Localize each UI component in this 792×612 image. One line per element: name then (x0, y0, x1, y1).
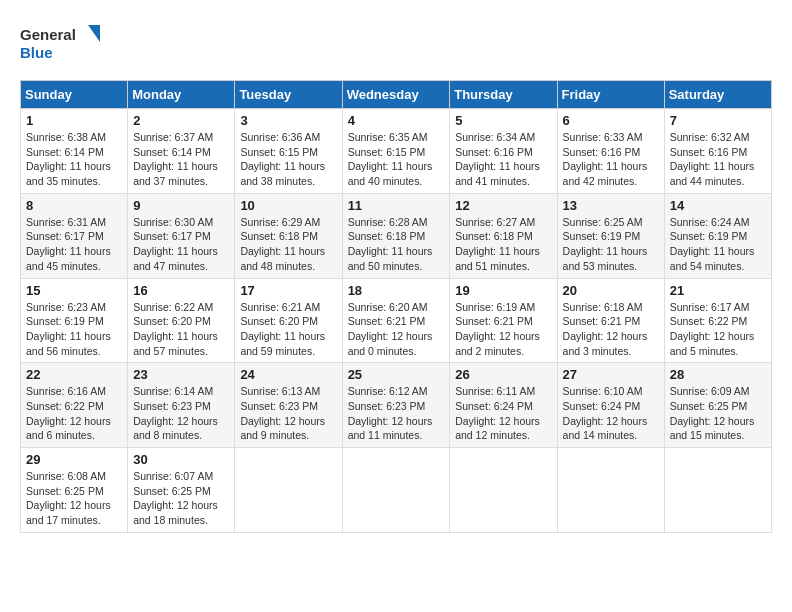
calendar-cell: 19 Sunrise: 6:19 AM Sunset: 6:21 PM Dayl… (450, 278, 557, 363)
calendar-cell: 1 Sunrise: 6:38 AM Sunset: 6:14 PM Dayli… (21, 109, 128, 194)
calendar-cell: 15 Sunrise: 6:23 AM Sunset: 6:19 PM Dayl… (21, 278, 128, 363)
day-number: 6 (563, 113, 659, 128)
calendar-cell: 12 Sunrise: 6:27 AM Sunset: 6:18 PM Dayl… (450, 193, 557, 278)
calendar-cell: 4 Sunrise: 6:35 AM Sunset: 6:15 PM Dayli… (342, 109, 450, 194)
day-number: 9 (133, 198, 229, 213)
calendar-cell: 16 Sunrise: 6:22 AM Sunset: 6:20 PM Dayl… (128, 278, 235, 363)
calendar-cell: 30 Sunrise: 6:07 AM Sunset: 6:25 PM Dayl… (128, 448, 235, 533)
day-info: Sunrise: 6:24 AM Sunset: 6:19 PM Dayligh… (670, 215, 766, 274)
day-info: Sunrise: 6:28 AM Sunset: 6:18 PM Dayligh… (348, 215, 445, 274)
day-number: 20 (563, 283, 659, 298)
day-number: 29 (26, 452, 122, 467)
weekday-header-saturday: Saturday (664, 81, 771, 109)
day-info: Sunrise: 6:25 AM Sunset: 6:19 PM Dayligh… (563, 215, 659, 274)
day-info: Sunrise: 6:11 AM Sunset: 6:24 PM Dayligh… (455, 384, 551, 443)
day-info: Sunrise: 6:29 AM Sunset: 6:18 PM Dayligh… (240, 215, 336, 274)
day-info: Sunrise: 6:30 AM Sunset: 6:17 PM Dayligh… (133, 215, 229, 274)
day-number: 19 (455, 283, 551, 298)
svg-marker-2 (88, 25, 100, 42)
day-number: 1 (26, 113, 122, 128)
calendar-cell: 8 Sunrise: 6:31 AM Sunset: 6:17 PM Dayli… (21, 193, 128, 278)
weekday-header-thursday: Thursday (450, 81, 557, 109)
day-info: Sunrise: 6:13 AM Sunset: 6:23 PM Dayligh… (240, 384, 336, 443)
day-info: Sunrise: 6:16 AM Sunset: 6:22 PM Dayligh… (26, 384, 122, 443)
day-info: Sunrise: 6:27 AM Sunset: 6:18 PM Dayligh… (455, 215, 551, 274)
calendar-cell: 25 Sunrise: 6:12 AM Sunset: 6:23 PM Dayl… (342, 363, 450, 448)
logo-svg: General Blue (20, 20, 100, 70)
day-info: Sunrise: 6:10 AM Sunset: 6:24 PM Dayligh… (563, 384, 659, 443)
day-info: Sunrise: 6:12 AM Sunset: 6:23 PM Dayligh… (348, 384, 445, 443)
day-info: Sunrise: 6:20 AM Sunset: 6:21 PM Dayligh… (348, 300, 445, 359)
day-info: Sunrise: 6:22 AM Sunset: 6:20 PM Dayligh… (133, 300, 229, 359)
day-info: Sunrise: 6:19 AM Sunset: 6:21 PM Dayligh… (455, 300, 551, 359)
day-number: 25 (348, 367, 445, 382)
calendar-cell: 14 Sunrise: 6:24 AM Sunset: 6:19 PM Dayl… (664, 193, 771, 278)
day-number: 15 (26, 283, 122, 298)
calendar-cell: 2 Sunrise: 6:37 AM Sunset: 6:14 PM Dayli… (128, 109, 235, 194)
day-number: 13 (563, 198, 659, 213)
weekday-header-friday: Friday (557, 81, 664, 109)
day-info: Sunrise: 6:09 AM Sunset: 6:25 PM Dayligh… (670, 384, 766, 443)
day-number: 5 (455, 113, 551, 128)
calendar-cell (235, 448, 342, 533)
week-row-3: 15 Sunrise: 6:23 AM Sunset: 6:19 PM Dayl… (21, 278, 772, 363)
day-info: Sunrise: 6:21 AM Sunset: 6:20 PM Dayligh… (240, 300, 336, 359)
calendar-cell: 5 Sunrise: 6:34 AM Sunset: 6:16 PM Dayli… (450, 109, 557, 194)
calendar-cell: 20 Sunrise: 6:18 AM Sunset: 6:21 PM Dayl… (557, 278, 664, 363)
page-header: General Blue (20, 20, 772, 70)
day-info: Sunrise: 6:08 AM Sunset: 6:25 PM Dayligh… (26, 469, 122, 528)
week-row-2: 8 Sunrise: 6:31 AM Sunset: 6:17 PM Dayli… (21, 193, 772, 278)
day-info: Sunrise: 6:32 AM Sunset: 6:16 PM Dayligh… (670, 130, 766, 189)
calendar-cell: 13 Sunrise: 6:25 AM Sunset: 6:19 PM Dayl… (557, 193, 664, 278)
week-row-1: 1 Sunrise: 6:38 AM Sunset: 6:14 PM Dayli… (21, 109, 772, 194)
calendar-cell: 7 Sunrise: 6:32 AM Sunset: 6:16 PM Dayli… (664, 109, 771, 194)
weekday-header-wednesday: Wednesday (342, 81, 450, 109)
calendar-cell: 27 Sunrise: 6:10 AM Sunset: 6:24 PM Dayl… (557, 363, 664, 448)
weekday-header-tuesday: Tuesday (235, 81, 342, 109)
calendar-cell: 18 Sunrise: 6:20 AM Sunset: 6:21 PM Dayl… (342, 278, 450, 363)
day-info: Sunrise: 6:17 AM Sunset: 6:22 PM Dayligh… (670, 300, 766, 359)
day-number: 22 (26, 367, 122, 382)
day-number: 4 (348, 113, 445, 128)
week-row-5: 29 Sunrise: 6:08 AM Sunset: 6:25 PM Dayl… (21, 448, 772, 533)
day-info: Sunrise: 6:07 AM Sunset: 6:25 PM Dayligh… (133, 469, 229, 528)
day-number: 21 (670, 283, 766, 298)
calendar-cell: 23 Sunrise: 6:14 AM Sunset: 6:23 PM Dayl… (128, 363, 235, 448)
day-number: 28 (670, 367, 766, 382)
svg-text:Blue: Blue (20, 44, 53, 61)
calendar-table: SundayMondayTuesdayWednesdayThursdayFrid… (20, 80, 772, 533)
day-info: Sunrise: 6:23 AM Sunset: 6:19 PM Dayligh… (26, 300, 122, 359)
day-info: Sunrise: 6:33 AM Sunset: 6:16 PM Dayligh… (563, 130, 659, 189)
calendar-cell: 21 Sunrise: 6:17 AM Sunset: 6:22 PM Dayl… (664, 278, 771, 363)
day-number: 2 (133, 113, 229, 128)
day-number: 30 (133, 452, 229, 467)
calendar-cell: 9 Sunrise: 6:30 AM Sunset: 6:17 PM Dayli… (128, 193, 235, 278)
day-number: 18 (348, 283, 445, 298)
day-number: 3 (240, 113, 336, 128)
logo: General Blue (20, 20, 100, 70)
day-number: 23 (133, 367, 229, 382)
day-number: 17 (240, 283, 336, 298)
weekday-header-sunday: Sunday (21, 81, 128, 109)
calendar-cell: 29 Sunrise: 6:08 AM Sunset: 6:25 PM Dayl… (21, 448, 128, 533)
calendar-cell (450, 448, 557, 533)
day-number: 11 (348, 198, 445, 213)
calendar-cell (557, 448, 664, 533)
day-info: Sunrise: 6:35 AM Sunset: 6:15 PM Dayligh… (348, 130, 445, 189)
calendar-cell: 17 Sunrise: 6:21 AM Sunset: 6:20 PM Dayl… (235, 278, 342, 363)
day-info: Sunrise: 6:37 AM Sunset: 6:14 PM Dayligh… (133, 130, 229, 189)
svg-text:General: General (20, 26, 76, 43)
calendar-cell: 26 Sunrise: 6:11 AM Sunset: 6:24 PM Dayl… (450, 363, 557, 448)
day-info: Sunrise: 6:36 AM Sunset: 6:15 PM Dayligh… (240, 130, 336, 189)
calendar-cell (342, 448, 450, 533)
calendar-cell: 11 Sunrise: 6:28 AM Sunset: 6:18 PM Dayl… (342, 193, 450, 278)
day-number: 12 (455, 198, 551, 213)
day-info: Sunrise: 6:31 AM Sunset: 6:17 PM Dayligh… (26, 215, 122, 274)
week-row-4: 22 Sunrise: 6:16 AM Sunset: 6:22 PM Dayl… (21, 363, 772, 448)
day-info: Sunrise: 6:14 AM Sunset: 6:23 PM Dayligh… (133, 384, 229, 443)
day-number: 7 (670, 113, 766, 128)
day-number: 26 (455, 367, 551, 382)
day-number: 27 (563, 367, 659, 382)
calendar-cell: 22 Sunrise: 6:16 AM Sunset: 6:22 PM Dayl… (21, 363, 128, 448)
day-info: Sunrise: 6:18 AM Sunset: 6:21 PM Dayligh… (563, 300, 659, 359)
